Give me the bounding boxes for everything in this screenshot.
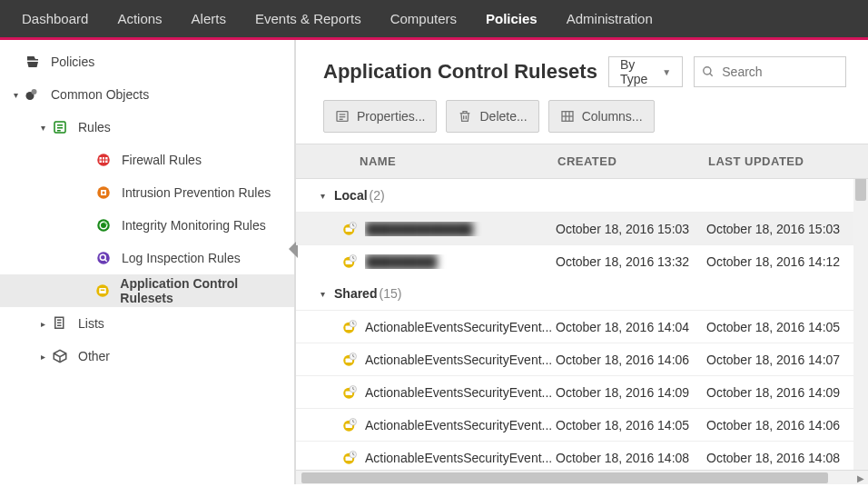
page-title: Application Control Rulesets (323, 60, 597, 84)
table-row[interactable]: ████████October 18, 2016 13:32October 18… (296, 244, 868, 277)
table-header: NAME CREATED LAST UPDATED (296, 144, 868, 179)
table-row[interactable]: ActionableEventsSecurityEvent...October … (296, 375, 868, 408)
nav-events-reports[interactable]: Events & Reports (241, 0, 376, 39)
nav-administration[interactable]: Administration (552, 0, 667, 39)
sidebar-item-firewall-rules[interactable]: Firewall Rules (0, 144, 294, 176)
svg-rect-20 (101, 290, 105, 292)
sidebar-item-other[interactable]: ▸Other (0, 340, 294, 373)
rules-icon (51, 118, 69, 136)
nav-policies[interactable]: Policies (471, 0, 552, 39)
chevron-down-icon: ▾ (314, 289, 330, 299)
row-name: ████████████ (365, 222, 556, 236)
group-name: Local (334, 188, 368, 203)
nav-actions[interactable]: Actions (103, 0, 176, 39)
column-header-updated[interactable]: LAST UPDATED (708, 154, 868, 168)
row-created: October 18, 2016 14:06 (556, 353, 706, 367)
ruleset-icon (341, 417, 358, 433)
chevron-down-icon[interactable]: ▾ (7, 90, 24, 100)
sidebar-item-label: Common Objects (51, 87, 149, 102)
lists-icon (51, 314, 69, 333)
sidebar-item-intrusion-prevention-rules[interactable]: Intrusion Prevention Rules (0, 176, 294, 209)
firewall-icon (94, 151, 113, 169)
sidebar-item-label: Application Control Rulesets (120, 276, 287, 305)
row-updated: October 18, 2016 14:12 (706, 254, 868, 269)
row-updated: October 18, 2016 14:07 (706, 353, 868, 367)
search-input[interactable] (722, 65, 838, 79)
ruleset-icon (341, 352, 358, 368)
row-created: October 18, 2016 14:09 (556, 385, 706, 400)
main-panel: Application Control Rulesets By Type ▼ P… (296, 40, 868, 484)
chevron-right-icon[interactable]: ▸ (35, 352, 51, 362)
column-header-created[interactable]: CREATED (557, 154, 708, 168)
row-created: October 18, 2016 13:32 (556, 254, 706, 269)
intrusion-icon (94, 184, 113, 202)
sidebar-item-label: Lists (78, 316, 104, 331)
properties-icon (335, 109, 350, 124)
group-row-shared[interactable]: ▾Shared (15) (296, 277, 868, 310)
sidebar-item-policies[interactable]: Policies (0, 45, 294, 78)
properties-button[interactable]: Properties... (323, 100, 437, 133)
sidebar-item-label: Intrusion Prevention Rules (122, 185, 271, 200)
top-nav: DashboardActionsAlertsEvents & ReportsCo… (0, 0, 868, 40)
sidebar-item-application-control-rulesets[interactable]: Application Control Rulesets (0, 274, 294, 307)
table-row[interactable]: ActionableEventsSecurityEvent...October … (296, 310, 868, 343)
nav-computers[interactable]: Computers (376, 0, 471, 39)
row-updated: October 18, 2016 14:09 (706, 385, 868, 400)
chevron-down-icon: ▾ (314, 191, 330, 201)
sidebar-item-label: Log Inspection Rules (122, 251, 241, 265)
sidebar-item-label: Integrity Monitoring Rules (122, 218, 266, 233)
search-box[interactable] (694, 56, 846, 87)
sidebar-item-lists[interactable]: ▸Lists (0, 307, 294, 340)
group-count: (2) (370, 188, 385, 203)
sidebar-item-integrity-monitoring-rules[interactable]: Integrity Monitoring Rules (0, 209, 294, 242)
trash-icon (458, 109, 472, 124)
svg-line-26 (710, 74, 713, 76)
sidebar-item-rules[interactable]: ▾Rules (0, 111, 294, 144)
columns-button[interactable]: Columns... (548, 100, 655, 133)
columns-label: Columns... (582, 109, 643, 124)
type-filter-dropdown[interactable]: By Type ▼ (608, 56, 683, 87)
chevron-down-icon[interactable]: ▾ (35, 123, 51, 133)
row-created: October 18, 2016 14:05 (556, 418, 706, 432)
other-icon (51, 347, 69, 365)
row-name: ActionableEventsSecurityEvent... (365, 451, 556, 465)
nav-alerts[interactable]: Alerts (177, 0, 241, 39)
integrity-icon (94, 216, 113, 234)
row-created: October 18, 2016 14:04 (556, 320, 706, 334)
column-header-name[interactable]: NAME (296, 154, 557, 168)
row-updated: October 18, 2016 14:08 (706, 451, 868, 465)
ruleset-icon (341, 450, 358, 466)
group-row-local[interactable]: ▾Local (2) (296, 179, 868, 212)
row-name: ActionableEventsSecurityEvent... (365, 418, 556, 432)
search-icon (702, 65, 715, 78)
sidebar-item-common-objects[interactable]: ▾Common Objects (0, 78, 294, 111)
sidebar-item-label: Firewall Rules (122, 153, 202, 167)
vertical-scrollbar[interactable] (853, 144, 868, 470)
table-row[interactable]: ActionableEventsSecurityEvent...October … (296, 441, 868, 470)
ruleset-icon (341, 253, 358, 270)
table-row[interactable]: ActionableEventsSecurityEvent...October … (296, 408, 868, 441)
row-created: October 18, 2016 14:08 (556, 451, 706, 465)
properties-label: Properties... (357, 109, 425, 124)
horizontal-scrollbar[interactable]: ▶ (296, 470, 868, 484)
table: NAME CREATED LAST UPDATED ▾Local (2)████… (296, 144, 868, 470)
row-updated: October 18, 2016 14:05 (706, 320, 868, 334)
log-icon (94, 249, 113, 267)
delete-button[interactable]: Delete... (446, 100, 538, 133)
appctrl-icon (94, 282, 111, 300)
columns-icon (560, 109, 575, 124)
svg-point-12 (103, 192, 105, 194)
delete-label: Delete... (479, 109, 527, 124)
table-row[interactable]: ████████████October 18, 2016 15:03Octobe… (296, 212, 868, 244)
svg-point-15 (97, 252, 110, 264)
row-updated: October 18, 2016 15:03 (706, 222, 868, 236)
sidebar-item-label: Other (78, 349, 110, 363)
sidebar-item-log-inspection-rules[interactable]: Log Inspection Rules (0, 242, 294, 274)
row-name: ActionableEventsSecurityEvent... (365, 320, 556, 334)
group-name: Shared (334, 286, 377, 301)
chevron-right-icon[interactable]: ▸ (35, 319, 51, 329)
nav-dashboard[interactable]: Dashboard (7, 0, 103, 39)
table-row[interactable]: ActionableEventsSecurityEvent...October … (296, 343, 868, 375)
ruleset-icon (341, 221, 358, 237)
row-updated: October 18, 2016 14:06 (706, 418, 868, 432)
